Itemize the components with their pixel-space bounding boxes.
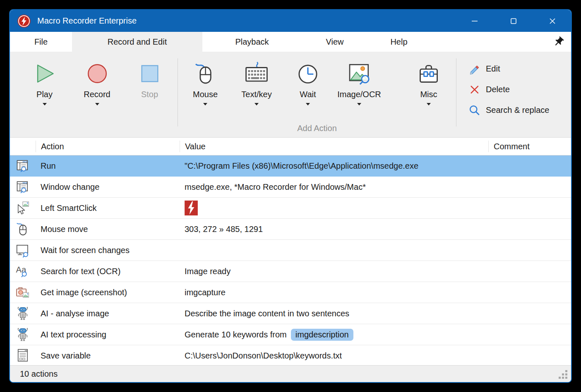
action-table: Action Value Comment Run "C:\Program Fil… <box>10 137 571 365</box>
minimize-icon <box>471 17 479 25</box>
pin-icon[interactable] <box>553 36 564 48</box>
image-ocr-button[interactable]: Image/OCR <box>334 52 385 105</box>
value-cell: Image ready <box>180 261 488 282</box>
stop-button[interactable]: Stop <box>123 52 176 105</box>
tab-playback[interactable]: Playback <box>202 32 302 52</box>
image-ocr-dropdown-arrow[interactable] <box>357 103 361 105</box>
table-row[interactable]: Window change msedge.exe, *Macro Recorde… <box>10 177 571 198</box>
resize-grip-icon[interactable] <box>559 370 568 379</box>
text-key-dropdown-arrow[interactable] <box>254 103 259 105</box>
misc-dropdown-arrow[interactable] <box>427 103 431 105</box>
value-text: Image ready <box>185 267 230 276</box>
comment-cell <box>488 198 571 218</box>
delete-label: Delete <box>486 85 510 94</box>
clock-icon <box>296 62 320 86</box>
ocr-text-icon <box>15 264 30 279</box>
variable-token: imgdescription <box>291 329 353 341</box>
magnifier-icon <box>469 105 480 116</box>
value-cell <box>180 240 488 261</box>
delete-x-icon <box>469 84 480 95</box>
app-window: Macro Recorder Enterprise File Record an… <box>9 9 572 383</box>
table-row[interactable]: Left SmartClick <box>10 198 571 219</box>
robot-icon <box>15 327 30 342</box>
smartclick-thumbnail <box>185 201 198 215</box>
table-row[interactable]: Get image (screenshot) imgcapture <box>10 282 571 303</box>
minimize-button[interactable] <box>465 13 484 29</box>
mouse-button[interactable]: Mouse <box>180 52 231 105</box>
add-action-group-label: Add Action <box>180 124 454 133</box>
record-dropdown-arrow[interactable] <box>95 103 99 105</box>
comment-cell <box>488 324 571 345</box>
keyboard-icon <box>245 62 269 86</box>
table-row[interactable]: AI text processing Generate 10 keywords … <box>10 324 571 345</box>
action-cell: Save variable <box>36 345 180 365</box>
close-icon <box>548 17 557 25</box>
value-cell: Describe the image content in two senten… <box>180 303 488 324</box>
title-bar: Macro Recorder Enterprise <box>10 10 571 32</box>
value-column-header: Value <box>180 141 488 152</box>
tab-record-and-edit[interactable]: Record and Edit <box>72 32 202 52</box>
search-replace-label: Search & replace <box>486 105 549 115</box>
briefcase-icon <box>417 62 441 86</box>
action-cell: Wait for screen changes <box>36 240 180 261</box>
mouse-label: Mouse <box>193 90 218 99</box>
value-text: Generate 10 keywords from <box>185 330 287 339</box>
table-row[interactable]: Wait for screen changes <box>10 240 571 261</box>
wait-dropdown-arrow[interactable] <box>306 103 310 105</box>
play-button[interactable]: Play <box>18 52 71 105</box>
play-icon <box>33 62 57 86</box>
play-label: Play <box>36 90 53 99</box>
value-text: C:\Users\JonDonson\Desktop\keywords.txt <box>185 351 342 361</box>
comment-cell <box>488 282 571 303</box>
ribbon-separator <box>456 58 456 127</box>
window-app-icon <box>15 158 30 173</box>
comment-cell <box>488 240 571 261</box>
maximize-button[interactable] <box>504 13 523 29</box>
image-ocr-label: Image/OCR <box>337 90 381 99</box>
action-cell: Search for text (OCR) <box>36 261 180 282</box>
record-button[interactable]: Record <box>71 52 123 105</box>
table-row[interactable]: Mouse move 303, 272 » 485, 1291 <box>10 219 571 240</box>
value-cell: "C:\Program Files (x86)\Microsoft\Edge\A… <box>180 155 488 176</box>
table-row[interactable]: Search for text (OCR) Image ready <box>10 261 571 282</box>
edit-label: Edit <box>486 64 500 74</box>
action-cell: AI text processing <box>36 324 180 345</box>
edit-tools-group: Edit Delete Search & replace <box>458 52 549 137</box>
search-replace-button[interactable]: Search & replace <box>469 100 549 120</box>
action-cell: Window change <box>36 177 180 197</box>
stop-icon <box>138 62 162 86</box>
menu-tab-bar: File Record and Edit Playback View Help <box>10 32 571 52</box>
wait-label: Wait <box>300 90 316 99</box>
misc-button[interactable]: Misc <box>403 52 454 105</box>
wait-button[interactable]: Wait <box>282 52 334 105</box>
document-icon <box>15 348 30 363</box>
delete-button[interactable]: Delete <box>469 79 510 100</box>
mouse-icon <box>15 222 30 237</box>
table-row[interactable]: Save variable C:\Users\JonDonson\Desktop… <box>10 345 571 365</box>
image-ocr-icon <box>347 62 371 86</box>
action-cell: Run <box>36 155 180 176</box>
close-button[interactable] <box>543 13 562 29</box>
play-dropdown-arrow[interactable] <box>43 103 47 105</box>
value-text: imgcapture <box>185 288 226 297</box>
value-cell: msedge.exe, *Macro Recorder for Windows/… <box>180 177 488 197</box>
screen-watch-icon <box>15 243 30 258</box>
tab-view[interactable]: View <box>302 32 368 52</box>
table-row[interactable]: AI - analyse image Describe the image co… <box>10 303 571 324</box>
tab-help[interactable]: Help <box>368 32 430 52</box>
text-key-button[interactable]: Text/key <box>231 52 282 105</box>
robot-icon <box>15 306 30 321</box>
table-row[interactable]: Run "C:\Program Files (x86)\Microsoft\Ed… <box>10 155 571 177</box>
camera-icon <box>15 285 30 300</box>
tab-file[interactable]: File <box>10 32 72 52</box>
value-text: 303, 272 » 485, 1291 <box>185 225 263 234</box>
comment-cell <box>488 177 571 197</box>
app-logo-icon <box>17 14 31 28</box>
value-cell: 303, 272 » 485, 1291 <box>180 219 488 239</box>
add-action-group: Mouse Text/key Wait Image/OCR Misc <box>180 52 454 137</box>
edit-button[interactable]: Edit <box>469 58 500 79</box>
status-bar: 10 actions <box>10 365 571 382</box>
stop-label: Stop <box>141 90 158 99</box>
mouse-dropdown-arrow[interactable] <box>203 103 207 105</box>
pencil-icon <box>469 63 480 74</box>
